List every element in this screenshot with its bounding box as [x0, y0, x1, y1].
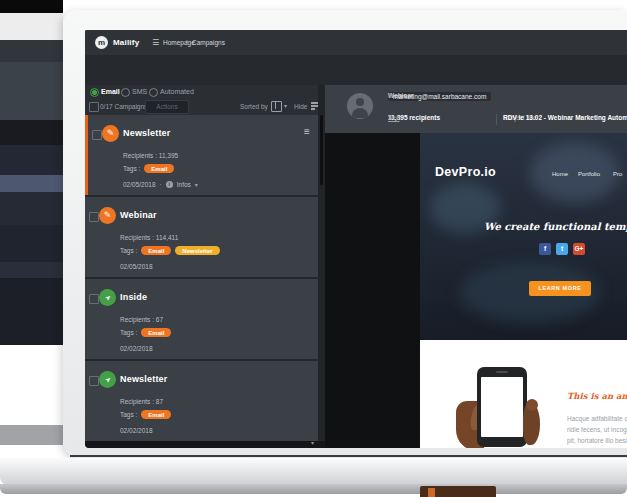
campaign-checkbox[interactable]: [89, 376, 99, 386]
email-nav-home[interactable]: Home: [552, 171, 568, 177]
campaign-date: 02/02/2018: [120, 345, 153, 352]
sent-plane-icon: ➤: [99, 371, 116, 388]
sent-plane-icon: ➤: [99, 289, 116, 306]
list-bottom-bar: [85, 441, 325, 448]
tags-label: Tags :: [120, 411, 137, 418]
campaign-recipients: Recipients : 87: [120, 398, 163, 405]
hamburger-menu-icon[interactable]: ☰: [152, 38, 159, 47]
learn-more-button[interactable]: LEARN MORE: [529, 281, 591, 296]
app-title: Mailify: [113, 38, 139, 47]
tag-pill-newsletter[interactable]: Newsletter: [175, 246, 219, 255]
sorted-by-label: Sorted by: [240, 103, 268, 110]
divider: [496, 114, 497, 125]
breadcrumb-homepage[interactable]: Homepage: [163, 39, 195, 46]
google-plus-icon[interactable]: G+: [573, 243, 585, 255]
radio-sms-label[interactable]: SMS: [132, 88, 147, 95]
tag-pill-email[interactable]: Email: [144, 164, 174, 173]
radio-sms[interactable]: [121, 88, 130, 97]
campaign-date: 02/05/2018: [123, 181, 156, 188]
email-body-line: Hacque adfabilitate co: [567, 415, 627, 422]
campaign-title: Webinar: [120, 210, 157, 220]
finger-image: [526, 399, 538, 411]
campaign-recipients: Recipients : 114,411: [120, 234, 178, 241]
campaign-date: 02/02/2018: [120, 427, 153, 434]
email-hero-tagline: We create functional templates: [484, 221, 627, 232]
draft-pencil-icon: ✎: [102, 125, 119, 142]
laptop-base: [0, 458, 627, 485]
email-body-line: pit, hortatore illo besi: [567, 437, 627, 444]
radio-email-label[interactable]: Email: [101, 88, 120, 95]
campaign-card-newsletter-1[interactable]: ✎ Newsletter ≡ Recipients : 11,395 Tags …: [85, 115, 318, 195]
campaign-checkbox[interactable]: [89, 212, 99, 222]
email-preview: DevPro.io Home Portfolio Pro We create f…: [420, 133, 627, 448]
chevron-down-icon[interactable]: ▾: [195, 181, 198, 188]
radio-automated-label[interactable]: Automated: [160, 88, 194, 95]
email-nav-pro[interactable]: Pro: [613, 171, 622, 177]
background-blurred-window: [0, 0, 63, 445]
laptop-hinge-line: [70, 455, 627, 457]
actions-button[interactable]: Actions: [145, 100, 189, 114]
campaign-card-newsletter-2[interactable]: ➤ Newsletter Recipients : 87 Tags : Emai…: [85, 361, 318, 441]
sender-avatar: [347, 93, 373, 119]
campaign-checkbox[interactable]: [92, 130, 102, 140]
campaign-title: Newsletter: [123, 128, 171, 138]
infos-dropdown[interactable]: Infos: [177, 181, 191, 188]
campaign-card-webinar[interactable]: ✎ Webinar Recipients : 114,411 Tags : Em…: [85, 197, 318, 277]
subject-value: RDV le 13.02 - Webinar Marketing Automat…: [503, 114, 627, 121]
campaign-card-inside[interactable]: ➤ Inside Recipients : 67 Tags : Email 02…: [85, 279, 318, 359]
twitter-icon[interactable]: t: [556, 243, 568, 255]
radio-email[interactable]: [90, 88, 99, 97]
campaign-date: 02/05/2018: [120, 263, 153, 270]
tag-pill-email[interactable]: Email: [141, 410, 171, 419]
dot-separator: ·: [160, 181, 162, 188]
see-link[interactable]: See: [388, 114, 400, 121]
select-all-checkbox[interactable]: [89, 102, 99, 112]
email-hero-image: DevPro.io Home Portfolio Pro We create f…: [420, 133, 627, 340]
mailify-logo-icon: m: [95, 36, 108, 49]
campaign-recipients: Recipients : 11,395: [123, 152, 178, 159]
hide-label: Hide: [294, 103, 307, 110]
email-brand-logo: DevPro.io: [435, 165, 496, 179]
email-body-line: ridie fecens, ut incogn: [567, 426, 627, 433]
sort-layout-icon[interactable]: [271, 101, 282, 112]
draft-pencil-icon: ✎: [99, 207, 116, 224]
campaign-checkbox[interactable]: [89, 294, 99, 304]
mailify-app-screen: m Mailify ☰ Homepage › Campaigns Jan 07 …: [85, 30, 627, 448]
scroll-down-chevron-icon[interactable]: ▾: [311, 439, 314, 446]
tags-label: Tags :: [120, 247, 137, 254]
radio-automated[interactable]: [149, 88, 158, 97]
breadcrumb-campaigns[interactable]: Campaigns: [192, 39, 225, 46]
email-section-heading: This is an amazing: [567, 391, 627, 401]
info-icon[interactable]: i: [166, 181, 173, 188]
background-hand-image: [420, 486, 496, 497]
list-scrollbar-thumb[interactable]: [320, 115, 323, 185]
campaign-recipients: Recipients : 67: [120, 316, 163, 323]
campaign-title: Newsletter: [120, 374, 168, 384]
app-topbar: m Mailify ☰ Homepage › Campaigns: [85, 30, 627, 55]
laptop-base-edge: [0, 484, 627, 494]
email-nav-portfolio[interactable]: Portfolio: [578, 171, 600, 177]
breadcrumb-separator-icon: ›: [186, 38, 188, 45]
page: m Mailify ☰ Homepage › Campaigns Jan 07 …: [0, 0, 627, 497]
tags-label: Tags :: [120, 329, 137, 336]
from-email: marketing@mail.sarbacane.com: [388, 92, 491, 101]
phone-image: [477, 367, 527, 447]
campaign-title: Inside: [120, 292, 147, 302]
filter-bar: Jan 07 2018 - Feb 05 2018 ▾ Tags Email ▾: [85, 55, 627, 86]
selection-count: 0/17 Campaigns: [100, 103, 147, 110]
facebook-icon[interactable]: f: [539, 243, 551, 255]
tag-pill-email[interactable]: Email: [141, 246, 171, 255]
tags-label: Tags :: [123, 165, 140, 172]
chevron-down-icon[interactable]: ▾: [284, 102, 287, 109]
card-menu-icon[interactable]: ≡: [304, 126, 310, 137]
tag-pill-email[interactable]: Email: [141, 328, 171, 337]
